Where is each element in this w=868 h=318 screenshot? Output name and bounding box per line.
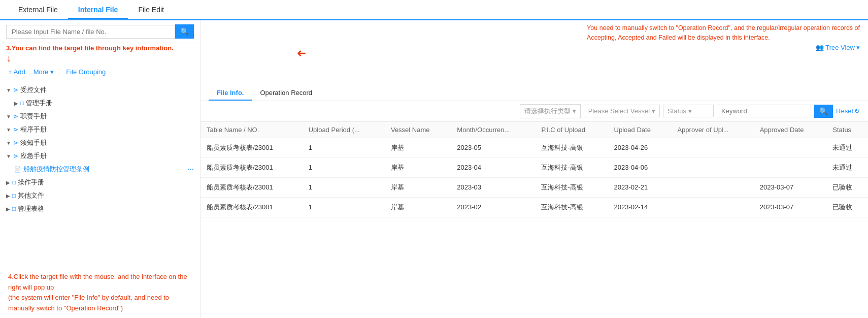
tree-item-程序手册[interactable]: ▼ ⊳ 程序手册 [0, 123, 200, 136]
tree-item-操作手册[interactable]: ▶ □ 操作手册 [0, 176, 200, 189]
cell-month: 2023-03 [451, 177, 535, 197]
cell-approver [671, 138, 753, 157]
tree-item-应急手册[interactable]: ▼ ⊳ 应急手册 [0, 149, 200, 163]
folder-icon: ⊳ [13, 113, 18, 120]
cell-upload-date: 2023-02-21 [608, 177, 672, 197]
table-row[interactable]: 船员素质考核表/23001 1 岸基 2023-04 互海科技-高银 2023-… [201, 157, 868, 177]
cell-upload-date: 2023-02-14 [608, 197, 672, 217]
file-grouping-button[interactable]: File Grouping [64, 67, 108, 77]
vessel-select[interactable]: Please Select Vessel ▾ [584, 105, 660, 117]
cell-vessel-name: 岸基 [385, 157, 451, 177]
cell-month: 2023-04 [451, 157, 535, 177]
cell-month: 2023-02 [451, 197, 535, 217]
step3-annotation: 3.You can find the target file through k… [0, 43, 200, 53]
tree-item-其他文件[interactable]: ▶ □ 其他文件 [0, 189, 200, 202]
cell-table-name: 船员素质考核表/23001 [201, 177, 303, 197]
step4-annotation: 4.Click the target file with the mouse, … [0, 268, 200, 318]
cell-upload-date: 2023-04-06 [608, 157, 672, 177]
expand-arrow: ▶ [14, 101, 18, 106]
cell-pic: 互海科技-高银 [535, 138, 608, 157]
cell-table-name: 船员素质考核表/23001 [201, 138, 303, 157]
type-select[interactable]: 请选择执行类型 ▾ [520, 104, 581, 118]
tree-view-button[interactable]: 👥 Tree View ▾ [816, 44, 860, 51]
main-container: 🔍 3.You can find the target file through… [0, 20, 868, 318]
tab-file-edit[interactable]: File Edit [128, 2, 174, 18]
tab-operation-record[interactable]: Operation Record [252, 86, 320, 101]
cell-upload-period: 1 [303, 197, 385, 217]
cell-approver [671, 157, 753, 177]
folder-icon: ⊳ [13, 152, 18, 160]
refresh-icon: ↻ [854, 107, 860, 115]
col-upload-period: Upload Period (... [303, 122, 385, 138]
tree-item-受控文件[interactable]: ▼ ⊳ 受控文件 [0, 83, 200, 97]
reset-button[interactable]: Reset ↻ [836, 107, 860, 115]
filter-row: 请选择执行类型 ▾ Please Select Vessel ▾ Status … [201, 101, 868, 122]
add-button[interactable]: + Add [6, 67, 27, 77]
chevron-down-icon: ▾ [573, 107, 576, 115]
tree-view-icon: 👥 [816, 44, 824, 51]
col-table-name: Table Name / NO. [201, 122, 303, 138]
folder-icon: ⊳ [13, 126, 18, 133]
filter-search-button[interactable]: 🔍 [814, 105, 833, 118]
search-input[interactable] [6, 25, 175, 39]
status-select[interactable]: Status ▾ [663, 105, 714, 117]
more-dots-icon[interactable]: ··· [187, 165, 194, 174]
cell-approver [671, 177, 753, 197]
cell-month: 2023-05 [451, 138, 535, 157]
expand-arrow: ▼ [6, 140, 11, 146]
annotation-top-right: You need to manually switch to "Operatio… [587, 23, 860, 43]
chevron-down-icon: ▾ [856, 44, 860, 51]
expand-arrow: ▼ [6, 87, 11, 93]
col-vessel-name: Vessel Name [385, 122, 451, 138]
cell-status: 已验收 [826, 197, 868, 217]
tree-item-管理表格[interactable]: ▶ □ 管理表格 [0, 202, 200, 215]
tree-item-须知手册[interactable]: ▼ ⊳ 须知手册 [0, 136, 200, 149]
chevron-down-icon: ▾ [652, 107, 655, 115]
tab-external-file[interactable]: External File [8, 2, 68, 18]
cell-approved-date [754, 157, 827, 177]
cell-upload-date: 2023-04-26 [608, 138, 672, 157]
tree-container: ▼ ⊳ 受控文件 ▶ □ 管理手册 ▼ ⊳ 职责手册 ▼ ⊳ 程序手册 ▼ [0, 81, 200, 268]
col-upload-date: Upload Date [608, 122, 672, 138]
expand-arrow: ▶ [6, 193, 10, 199]
data-table: Table Name / NO. Upload Period (... Vess… [201, 122, 868, 217]
expand-arrow: ▼ [6, 114, 11, 119]
table-row[interactable]: 船员素质考核表/23001 1 岸基 2023-05 互海科技-高银 2023-… [201, 138, 868, 157]
folder-icon: □ [20, 100, 24, 107]
cell-upload-period: 1 [303, 157, 385, 177]
keyword-input[interactable] [717, 105, 811, 117]
expand-arrow: ▶ [6, 206, 10, 212]
table-row[interactable]: 船员素质考核表/23001 1 岸基 2023-03 互海科技-高银 2023-… [201, 177, 868, 197]
expand-arrow: ▶ [6, 180, 10, 185]
more-button[interactable]: More ▾ [31, 67, 56, 77]
tree-item-船舶疫情防控管理条例[interactable]: 📄 船舶疫情防控管理条例 ··· [0, 163, 200, 176]
cell-approver [671, 197, 753, 217]
cell-pic: 互海科技-高银 [535, 197, 608, 217]
search-button[interactable]: 🔍 [175, 24, 194, 39]
col-approved-date: Approved Date [754, 122, 827, 138]
cell-approved-date: 2023-03-07 [754, 177, 827, 197]
cell-vessel-name: 岸基 [385, 197, 451, 217]
tab-internal-file[interactable]: Internal File [68, 2, 128, 19]
cell-status: 未通过 [826, 157, 868, 177]
annotation-arrow-right: ➜ [297, 47, 306, 60]
tree-item-职责手册[interactable]: ▼ ⊳ 职责手册 [0, 110, 200, 123]
table-row[interactable]: 船员素质考核表/23001 1 岸基 2023-02 互海科技-高银 2023-… [201, 197, 868, 217]
tree-item-管理手册[interactable]: ▶ □ 管理手册 [0, 97, 200, 110]
expand-arrow: ▼ [6, 127, 11, 133]
content-area: ➜ You need to manually switch to "Operat… [201, 20, 868, 318]
folder-icon: □ [12, 192, 16, 199]
col-approver: Approver of Upl... [671, 122, 753, 138]
cell-vessel-name: 岸基 [385, 138, 451, 157]
expand-arrow: ▼ [6, 153, 11, 159]
sidebar-search-bar: 🔍 [0, 20, 200, 43]
sidebar: 🔍 3.You can find the target file through… [0, 20, 201, 318]
content-tabs: File Info. Operation Record [201, 82, 868, 101]
table-container: Table Name / NO. Upload Period (... Vess… [201, 122, 868, 319]
col-month: Month/Occurren... [451, 122, 535, 138]
chevron-down-icon: ▾ [688, 107, 692, 115]
tab-file-info[interactable]: File Info. [209, 86, 252, 101]
cell-status: 未通过 [826, 138, 868, 157]
sidebar-toolbar: + Add More ▾ File Grouping [0, 63, 200, 81]
top-nav: External File Internal File File Edit [0, 0, 868, 20]
